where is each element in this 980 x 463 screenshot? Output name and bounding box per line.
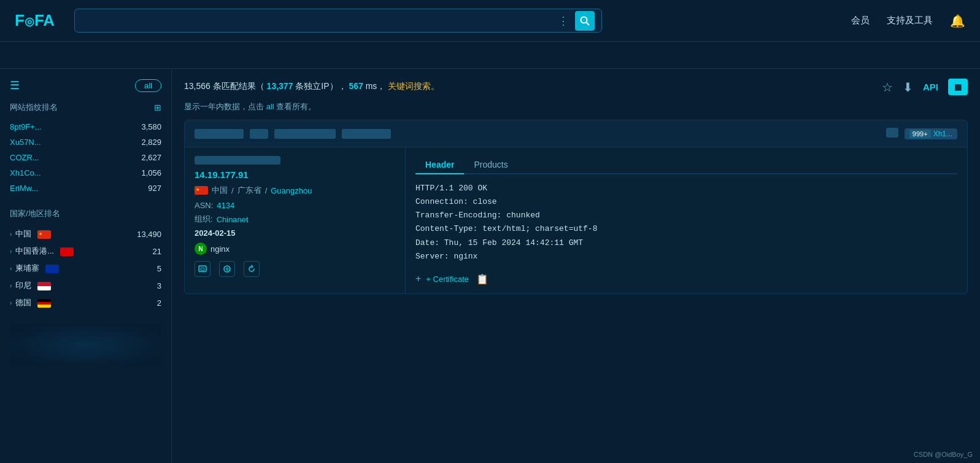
result-all-link[interactable]: all <box>266 102 274 111</box>
logo: F◎FA <box>15 11 55 30</box>
certificate-row-1[interactable]: + + Certificate 📋 <box>415 273 957 285</box>
fingerprint-item-4[interactable]: Xh1Co... 1,056 <box>10 165 161 181</box>
header-line-3: Transfer-Encoding: chunked <box>415 209 957 222</box>
country-item-kh[interactable]: › 柬埔寨 5 <box>10 260 161 277</box>
certificate-label-1: + Certificate <box>426 274 469 284</box>
country-count-hk: 21 <box>153 247 161 256</box>
service-badge-1: N nginx <box>195 243 395 255</box>
chevron-hk-icon: › <box>10 248 12 255</box>
fingerprint-filter-icon[interactable]: ⊞ <box>154 103 161 112</box>
country-name-cn: 中国 <box>15 228 31 239</box>
map-preview <box>10 324 161 367</box>
fingerprint-title-text: 网站指纹排名 <box>10 102 58 113</box>
date-1: 2024-02-15 <box>195 228 395 238</box>
sidebar: ☰ all 网站指纹排名 ⊞ 8pt9F+... 3,580 Xu57N... … <box>0 69 172 463</box>
nav-right: 会员 支持及工具 🔔 <box>851 14 965 28</box>
tag-badge-1[interactable]: 999+ Xh1... <box>905 128 957 139</box>
fingerprint-name-5: EriMw... <box>10 184 38 193</box>
blurred-extra-1 <box>342 129 391 139</box>
result-card-1-right: Header Products HTTP/1.1 200 OK Connecti… <box>406 147 967 294</box>
main-layout: ☰ all 网站指纹排名 ⊞ 8pt9F+... 3,580 Xu57N... … <box>0 69 980 463</box>
result-note2: 查看所有。 <box>276 102 316 111</box>
nav-support[interactable]: 支持及工具 <box>887 15 933 26</box>
search-options-icon[interactable]: ⋮ <box>558 14 569 28</box>
logo-text: F◎FA <box>15 11 55 30</box>
header-line-5: Date: Thu, 15 Feb 2024 14:42:11 GMT <box>415 236 957 250</box>
ip-address-1[interactable]: 14.19.177.91 <box>195 169 395 180</box>
result-summary-line1: 13,566 条匹配结果（ 13,377 条独立IP）， 567 ms， 关键词… <box>184 79 439 94</box>
result-count-label: 13,566 <box>184 81 210 91</box>
svg-rect-3 <box>201 268 204 270</box>
cert-doc-icon: 📋 <box>476 273 488 285</box>
fingerprint-name-3: COZR... <box>10 153 39 162</box>
tag-count-1: 999+ <box>909 130 931 138</box>
org-label-1: 组织: <box>195 214 213 225</box>
search-icons: ⋮ <box>558 11 595 31</box>
country-title-text: 国家/地区排名 <box>10 208 60 219</box>
blurred-domain-1 <box>195 129 244 139</box>
fingerprint-item-2[interactable]: Xu57N... 2,829 <box>10 134 161 150</box>
country-list: › 中国 ★ 13,490 › 中国香港... 21 › <box>10 225 161 311</box>
search-button[interactable] <box>575 11 595 31</box>
sub-bar <box>0 42 980 69</box>
country-item-cn[interactable]: › 中国 ★ 13,490 <box>10 225 161 243</box>
asn-value-1[interactable]: 4134 <box>217 201 234 210</box>
tab-header-1[interactable]: Header <box>415 156 464 174</box>
header-content-1: HTTP/1.1 200 OK Connection: close Transf… <box>415 182 957 263</box>
keyword-search-link[interactable]: 关键词搜索。 <box>388 81 439 91</box>
result-card-1: 999+ Xh1... 14.19.177.91 ★ 中国 / 广东省 / <box>184 120 968 294</box>
location-row-1: ★ 中国 / 广东省 / Guangzhou <box>195 185 395 196</box>
plus-icon-1: + <box>415 273 421 284</box>
country-name-hk: 中国香港... <box>15 246 54 257</box>
search-input[interactable]: app="Panabit-Panalog" <box>74 9 602 33</box>
country-count-id: 3 <box>157 281 161 290</box>
star-icon[interactable]: ☆ <box>882 80 893 95</box>
card-actions-1 <box>195 261 395 277</box>
result-unique-label: 条独立IP）， <box>295 81 346 91</box>
api-button[interactable]: API <box>923 82 938 92</box>
org-row-1: 组织: Chinanet <box>195 214 395 225</box>
chevron-kh-icon: › <box>10 265 12 272</box>
results-header-actions: ☆ ⬇ API ▦ <box>882 79 968 95</box>
city-link-1[interactable]: Guangzhou <box>271 186 312 195</box>
compare-icon-1[interactable] <box>219 261 235 277</box>
blurred-port-num-1 <box>886 128 898 138</box>
country-item-de[interactable]: › 德国 2 <box>10 294 161 311</box>
refresh-icon-1[interactable] <box>244 261 260 277</box>
svg-rect-2 <box>199 266 206 271</box>
notification-bell-icon[interactable]: 🔔 <box>950 14 965 28</box>
top-bar: F◎FA app="Panabit-Panalog" ⋮ 会员 支持及工具 🔔 <box>0 0 980 42</box>
country-item-hk[interactable]: › 中国香港... 21 <box>10 243 161 260</box>
province-text-1: 广东省 <box>237 185 261 196</box>
screenshot-svg <box>198 265 207 273</box>
fingerprint-rank-list: 8pt9F+... 3,580 Xu57N... 2,829 COZR... 2… <box>10 119 161 196</box>
filter-icon[interactable]: ☰ <box>10 79 20 92</box>
country-name-kh: 柬埔寨 <box>15 263 39 274</box>
org-value-1[interactable]: Chinanet <box>217 215 249 224</box>
tab-products-1[interactable]: Products <box>464 156 517 174</box>
country-count-cn: 13,490 <box>137 230 161 239</box>
nav-member[interactable]: 会员 <box>851 15 870 26</box>
compare-svg <box>223 265 231 273</box>
result-note: 显示一年内数据，点击 all 查看所有。 <box>184 101 439 112</box>
result-card-1-left: 14.19.177.91 ★ 中国 / 广东省 / Guangzhou ASN:… <box>185 147 406 294</box>
content-area: 13,566 条匹配结果（ 13,377 条独立IP）， 567 ms， 关键词… <box>172 69 980 463</box>
country-item-id[interactable]: › 印尼 3 <box>10 277 161 294</box>
country-name-de: 德国 <box>15 297 31 308</box>
all-filter-badge[interactable]: all <box>135 79 161 92</box>
screenshot-icon-1[interactable] <box>195 261 210 277</box>
download-icon[interactable]: ⬇ <box>903 80 913 95</box>
header-line-4: Content-Type: text/html; charset=utf-8 <box>415 222 957 236</box>
asn-row-1: ASN: 4134 <box>195 201 395 210</box>
tag-text-1: Xh1... <box>933 130 952 138</box>
fingerprint-count-1: 3,580 <box>141 122 161 131</box>
fingerprint-item-5[interactable]: EriMw... 927 <box>10 181 161 196</box>
country-section-title: 国家/地区排名 <box>10 208 161 219</box>
blurred-tag-1 <box>250 129 268 139</box>
fingerprint-item-1[interactable]: 8pt9F+... 3,580 <box>10 119 161 134</box>
blurred-title-1 <box>274 129 336 139</box>
fingerprint-count-5: 927 <box>148 184 161 193</box>
view-toggle-button[interactable]: ▦ <box>948 79 968 95</box>
result-ms-label: ms， <box>366 81 386 91</box>
fingerprint-item-3[interactable]: COZR... 2,627 <box>10 150 161 165</box>
